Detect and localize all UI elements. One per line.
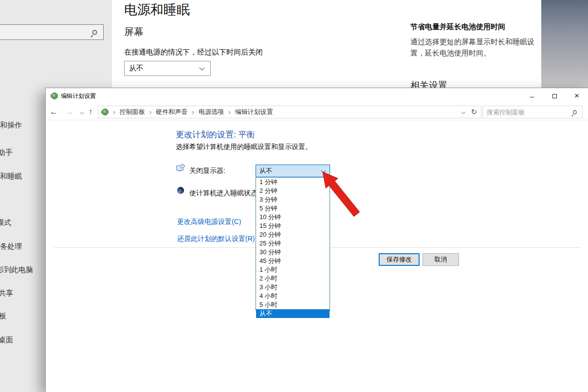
dropdown-option[interactable]: 20 分钟 <box>256 230 330 239</box>
sleep-label: 使计算机进入睡眠状态: <box>189 189 259 198</box>
settings-dropdown-value: 从不 <box>129 64 144 73</box>
window-title: 编辑计划设置 <box>61 92 96 100</box>
dropdown-option[interactable]: 15 分钟 <box>256 222 330 230</box>
breadcrumb-separator: › <box>192 108 194 116</box>
sidebar-item-multitasking[interactable]: 多任务处理 <box>0 242 22 251</box>
dropdown-option[interactable]: 从不 <box>256 309 330 318</box>
settings-section-screen: 屏幕 <box>124 25 144 38</box>
breadcrumb-power-options[interactable]: 电源选项 <box>199 108 224 116</box>
screen: 通知和操作 专注助手 电源和睡眠 平板电脑模式 多任务处理 投影到此电脑 体验共… <box>0 0 588 392</box>
sleep-moon-icon <box>176 186 185 195</box>
dropdown-option[interactable]: 30 分钟 <box>256 248 330 257</box>
sidebar-item-projecting[interactable]: 投影到此电脑 <box>0 265 33 275</box>
sidebar-item-tablet-mode[interactable]: 平板电脑模式 <box>0 218 11 227</box>
dropdown-option[interactable]: 25 分钟 <box>256 239 330 248</box>
up-button[interactable]: ↑ <box>85 107 97 117</box>
sidebar-item-notifications[interactable]: 通知和操作 <box>0 121 22 130</box>
save-changes-button[interactable]: 保存修改 <box>379 253 420 266</box>
dropdown-option[interactable]: 3 小时 <box>256 283 330 292</box>
breadcrumb-separator: › <box>228 108 231 116</box>
maximize-icon <box>552 94 557 98</box>
maximize-button[interactable] <box>543 88 566 104</box>
navigation-bar: ← → ↑ › 控制面板 › 硬件和声音 › 电源选项 › 编辑计划设置 <box>46 104 588 120</box>
search-icon[interactable] <box>573 110 577 114</box>
right-panel-heading: 节省电量并延长电池使用时间 <box>410 22 542 32</box>
breadcrumb-control-panel[interactable]: 控制面板 <box>120 108 145 116</box>
settings-search-input[interactable] <box>0 25 92 39</box>
advanced-power-settings-link[interactable]: 更改高级电源设置(C) <box>177 218 241 226</box>
breadcrumb-edit-plan[interactable]: 编辑计划设置 <box>235 108 273 116</box>
refresh-icon[interactable]: ↻ <box>471 108 477 116</box>
page-heading: 更改计划的设置: 平衡 <box>176 129 255 140</box>
power-options-icon <box>101 108 109 116</box>
right-panel-body: 通过选择更短的屏幕显示时长和睡眠设置，延长电池使用时间。 <box>410 36 540 59</box>
forward-button[interactable]: → <box>62 107 78 117</box>
settings-page-title: 电源和睡眠 <box>124 1 190 19</box>
sidebar-item-clipboard[interactable]: 剪贴板 <box>0 312 6 321</box>
minimize-button[interactable]: – <box>521 88 543 104</box>
sidebar-item-shared-experiences[interactable]: 体验共享 <box>0 289 13 298</box>
history-dropdown-icon[interactable] <box>80 108 83 116</box>
dropdown-option[interactable]: 4 小时 <box>256 292 330 300</box>
control-panel-search-box[interactable] <box>482 106 583 118</box>
settings-screen-caption: 在接通电源的情况下，经过以下时间后关闭 <box>124 48 263 57</box>
settings-screen-timeout-dropdown[interactable]: 从不 <box>124 61 211 76</box>
combobox-value: 从不 <box>259 167 272 175</box>
sidebar-item-power-sleep[interactable]: 电源和睡眠 <box>0 172 22 181</box>
power-options-icon <box>50 92 58 100</box>
page-description: 选择希望计算机使用的睡眠设置和显示设置。 <box>176 143 312 151</box>
sidebar-item-focus-assist[interactable]: 专注助手 <box>0 148 13 157</box>
annotation-arrow <box>319 163 368 219</box>
breadcrumb-separator: › <box>149 108 152 116</box>
search-icon[interactable] <box>92 30 97 35</box>
dropdown-option[interactable]: 2 小时 <box>256 274 330 283</box>
title-bar[interactable]: 编辑计划设置 – × <box>46 88 588 104</box>
turn-off-display-label: 关闭显示器: <box>189 167 225 175</box>
breadcrumb-hardware-sound[interactable]: 硬件和声音 <box>156 108 187 116</box>
settings-search-box[interactable] <box>0 24 104 40</box>
address-bar[interactable]: › 控制面板 › 硬件和声音 › 电源选项 › 编辑计划设置 ↻ <box>98 106 481 118</box>
address-dropdown-icon[interactable] <box>461 110 465 114</box>
dropdown-option[interactable]: 5 小时 <box>256 300 330 309</box>
chevron-down-icon <box>199 65 204 70</box>
back-button[interactable]: ← <box>46 107 62 117</box>
control-panel-search-input[interactable] <box>483 109 572 116</box>
breadcrumb-separator: › <box>113 108 115 116</box>
dropdown-option[interactable]: 1 小时 <box>256 265 330 274</box>
close-button[interactable]: × <box>566 88 588 104</box>
sidebar-item-remote-desktop[interactable]: 远程桌面 <box>0 336 13 345</box>
display-clock-icon <box>176 164 185 172</box>
edit-plan-settings-window: 编辑计划设置 – × ← → ↑ › 控制面板 › <box>45 88 588 392</box>
cancel-button[interactable]: 取消 <box>423 253 459 266</box>
dropdown-option[interactable]: 45 分钟 <box>256 257 330 265</box>
restore-defaults-link[interactable]: 还原此计划的默认设置(R) <box>177 235 255 243</box>
